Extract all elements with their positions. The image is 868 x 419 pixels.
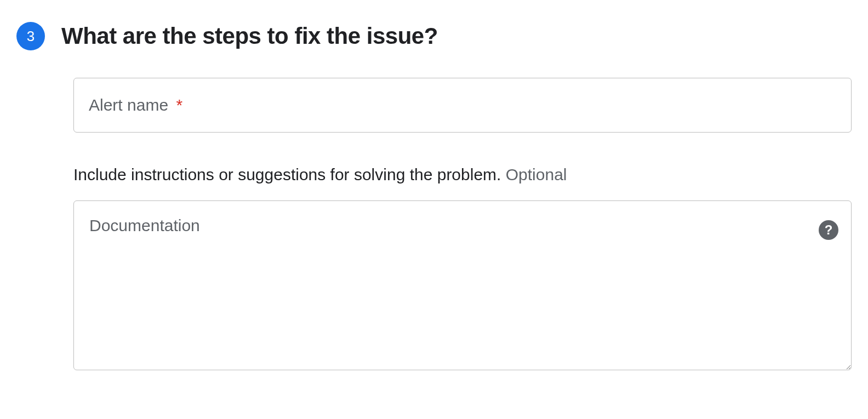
alert-name-field-wrapper: Alert name * <box>73 78 852 133</box>
documentation-description-text: Include instructions or suggestions for … <box>73 165 501 183</box>
documentation-field-wrapper: ? <box>73 200 852 372</box>
help-icon[interactable]: ? <box>819 220 838 240</box>
form-area: Alert name * Include instructions or sug… <box>73 78 852 372</box>
section-header: 3 What are the steps to fix the issue? <box>16 22 852 50</box>
section-title: What are the steps to fix the issue? <box>61 23 438 49</box>
documentation-textarea[interactable] <box>73 200 852 370</box>
optional-label: Optional <box>506 165 567 183</box>
step-number-badge: 3 <box>16 22 45 50</box>
documentation-description: Include instructions or suggestions for … <box>73 165 852 184</box>
alert-name-input[interactable] <box>73 78 852 133</box>
